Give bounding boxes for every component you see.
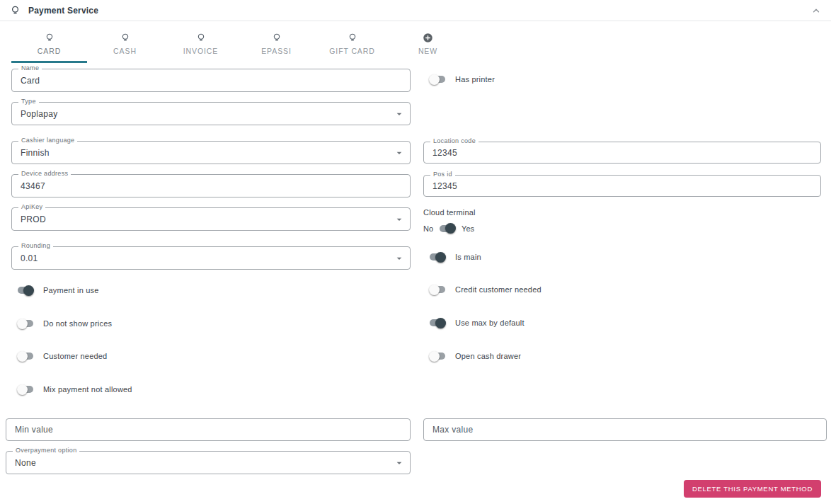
select-value: Poplapay [21, 109, 57, 119]
credit-customer-needed-toggle-row: Credit customer needed [429, 283, 541, 296]
mix-payment-not-allowed-switch[interactable] [17, 384, 34, 395]
dropdown-caret-icon [394, 253, 405, 264]
tab-card[interactable]: CARD [11, 22, 87, 63]
toggle-label: Customer needed [43, 352, 107, 360]
toggle-label: Do not show prices [43, 319, 112, 328]
app-bar: Payment Service [0, 0, 831, 21]
select-value: None [15, 458, 36, 468]
use-max-by-default-toggle-row: Use max by default [429, 316, 525, 329]
toggle-label: Payment in use [43, 286, 99, 294]
cloud-terminal-switch[interactable] [439, 223, 456, 234]
lightbulb-icon [348, 33, 357, 43]
pos-id-input[interactable] [424, 176, 820, 196]
tab-label: GIFT CARD [329, 47, 375, 55]
tab-cash[interactable]: CASH [87, 22, 163, 63]
cloud-terminal-row: No Yes [423, 223, 476, 234]
toggle-label: Use max by default [455, 319, 525, 327]
payment-in-use-toggle-row: Payment in use [17, 284, 99, 297]
lightbulb-icon [196, 33, 206, 43]
form-content: Name Has printer Type Poplapay Cashier l… [0, 64, 831, 504]
payment-method-tabs: CARD CASH INVOICE EPASSI GIFT CARD NEW [11, 22, 466, 63]
location-code-field[interactable]: Location code [423, 142, 821, 164]
collapse-chevron-up-icon[interactable] [811, 6, 821, 16]
payment-service-panel: Payment Service CARD CASH INVOICE EPASSI… [0, 0, 831, 504]
customer-needed-switch[interactable] [17, 351, 34, 362]
open-cash-drawer-switch[interactable] [429, 351, 446, 362]
open-cash-drawer-toggle-row: Open cash drawer [429, 350, 521, 362]
type-select[interactable]: Type Poplapay [11, 102, 411, 125]
dropdown-caret-icon [394, 147, 405, 159]
cloud-terminal-label: Cloud terminal [423, 208, 476, 217]
apikey-select[interactable]: ApiKey PROD [11, 207, 411, 231]
has-printer-toggle-row: Has printer [429, 73, 495, 86]
cloud-terminal-no-label: No [423, 224, 433, 233]
is-main-toggle-row: Is main [429, 251, 481, 263]
toggle-label: Open cash drawer [455, 352, 521, 360]
select-value: Finnish [21, 148, 50, 158]
field-label: Rounding [18, 242, 53, 249]
mix-payment-not-allowed-toggle-row: Mix payment not allowed [17, 383, 132, 396]
tab-epassi[interactable]: EPASSI [239, 22, 314, 63]
tab-new[interactable]: NEW [390, 22, 466, 63]
dropdown-caret-icon [394, 214, 405, 225]
payment-in-use-switch[interactable] [17, 285, 34, 296]
lightbulb-icon [120, 33, 130, 43]
is-main-switch[interactable] [429, 252, 446, 263]
tab-invoice[interactable]: INVOICE [163, 22, 239, 63]
has-printer-switch[interactable] [429, 74, 446, 85]
toggle-label: Is main [455, 253, 481, 261]
cloud-terminal-group: Cloud terminal No Yes [423, 208, 476, 234]
lightbulb-icon [272, 33, 282, 43]
do-not-show-prices-switch[interactable] [17, 319, 34, 329]
lightbulb-icon [10, 5, 21, 16]
dropdown-caret-icon [394, 457, 405, 469]
tab-label: CARD [38, 47, 61, 55]
field-label: ApiKey [18, 203, 45, 210]
min-value-field[interactable] [6, 418, 411, 441]
dropdown-caret-icon [394, 108, 405, 120]
tab-label: INVOICE [183, 47, 218, 55]
rounding-select[interactable]: Rounding 0.01 [11, 246, 411, 270]
location-code-input[interactable] [424, 142, 820, 163]
toggle-label: Mix payment not allowed [43, 385, 132, 394]
do-not-show-prices-toggle-row: Do not show prices [17, 317, 112, 330]
toggle-label: Has printer [455, 75, 495, 84]
max-value-input[interactable] [424, 419, 826, 440]
customer-needed-toggle-row: Customer needed [17, 350, 107, 362]
select-value: PROD [21, 214, 46, 224]
plus-circle-icon [423, 33, 433, 43]
lightbulb-icon [45, 33, 55, 43]
name-field[interactable]: Name [11, 69, 411, 92]
tab-label: NEW [418, 47, 437, 55]
name-input[interactable] [12, 69, 410, 91]
toggle-label: Credit customer needed [455, 285, 541, 294]
overpayment-option-select[interactable]: Overpayment option None [6, 451, 411, 474]
pos-id-field[interactable]: Pos id [423, 175, 821, 197]
field-label: Cashier language [18, 137, 77, 144]
field-label: Type [18, 98, 39, 105]
select-value: 0.01 [21, 253, 38, 263]
device-address-input[interactable] [12, 175, 410, 197]
max-value-field[interactable] [423, 418, 827, 441]
page-title: Payment Service [28, 6, 98, 16]
tab-label: EPASSI [261, 47, 292, 55]
field-label: Overpayment option [13, 447, 79, 454]
cashier-language-select[interactable]: Cashier language Finnish [11, 141, 411, 164]
use-max-by-default-switch[interactable] [429, 318, 446, 328]
device-address-field[interactable]: Device address [11, 174, 411, 197]
credit-customer-needed-switch[interactable] [429, 285, 446, 295]
delete-payment-method-button[interactable]: DELETE THIS PAYMENT METHOD [684, 480, 821, 498]
tab-gift-card[interactable]: GIFT CARD [314, 22, 390, 63]
tab-label: CASH [113, 47, 137, 55]
cloud-terminal-yes-label: Yes [462, 224, 474, 233]
min-value-input[interactable] [6, 419, 410, 440]
